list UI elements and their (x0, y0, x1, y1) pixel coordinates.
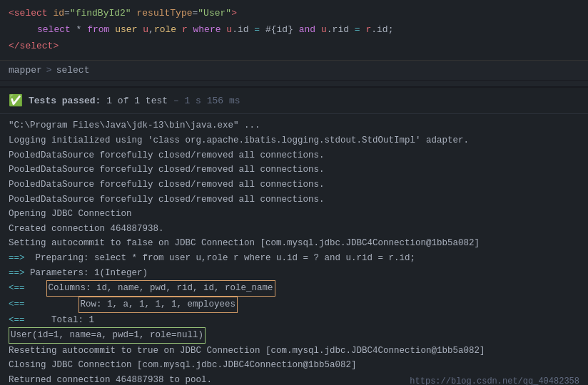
keyword-select: select (37, 23, 71, 38)
code-line-3: </select> (0, 38, 588, 55)
console-line-0: "C:\Program Files\Java\jdk-13\bin\java.e… (9, 118, 579, 133)
console-line-4: PooledDataSource forcefully closed/remov… (9, 178, 579, 192)
console-line-close: Closing JDBC Connection [com.mysql.jdbc.… (9, 358, 579, 373)
breadcrumb: mapper > select (0, 61, 588, 81)
breadcrumb-separator: > (46, 65, 52, 76)
test-time: – 1 s 156 ms (173, 96, 240, 106)
check-icon: ✅ (9, 93, 23, 108)
console-line-row: <== Row: 1, a, 1, 1, 1, employees (9, 297, 579, 313)
console-line-7: Created connection 464887938. (9, 222, 579, 237)
keyword-where: where (193, 23, 221, 38)
keyword-and: and (293, 23, 315, 38)
code-line-1: <select id="findById2" resultType="User"… (0, 6, 588, 22)
console-line-total: <== Total: 1 (9, 313, 579, 328)
test-banner: ✅ Tests passed: 1 of 1 test – 1 s 156 ms (0, 88, 588, 114)
sql-table-user: user (109, 23, 137, 38)
console-line-3: PooledDataSource forcefully closed/remov… (9, 163, 579, 178)
code-line-2: select * from user u , role r where u . … (0, 22, 588, 38)
console-line-9: ==> Preparing: select * from user u,role… (9, 251, 579, 266)
xml-open-tag: <select (9, 6, 53, 21)
code-editor: <select id="findById2" resultType="User"… (0, 0, 588, 61)
test-result: 1 of 1 test (106, 96, 168, 106)
xml-val-id: "findById2" (70, 6, 131, 21)
console-line-2: PooledDataSource forcefully closed/remov… (9, 148, 579, 163)
breadcrumb-item-mapper: mapper (9, 65, 42, 76)
console-line-8: Setting autocommit to false on JDBC Conn… (9, 236, 579, 251)
sql-alias-u: u (137, 23, 148, 38)
tab-bar (0, 81, 588, 88)
console-line-10: ==> Parameters: 1(Integer) (9, 266, 579, 281)
sql-table-role: role (154, 23, 176, 38)
xml-val-result: "User" (198, 6, 231, 21)
console-output: "C:\Program Files\Java\jdk-13\bin\java.e… (0, 114, 588, 385)
breadcrumb-item-select: select (56, 65, 90, 76)
row-highlight: Row: 1, a, 1, 1, 1, employees (78, 297, 238, 313)
tab-2[interactable] (34, 81, 69, 88)
tab-3[interactable] (69, 81, 103, 88)
console-line-reset: Resetting autocommit to true on JDBC Con… (9, 344, 579, 359)
console-line-1: Logging initialized using 'class org.apa… (9, 133, 579, 148)
xml-attr-result: resultType (131, 6, 193, 21)
columns-highlight: Columns: id, name, pwd, rid, id, role_na… (46, 280, 275, 297)
sql-alias-r: r (176, 23, 193, 38)
user-highlight: User(id=1, name=a, pwd=1, role=null) (9, 327, 206, 344)
keyword-from: from (87, 23, 109, 38)
xml-attr-id: id (53, 6, 64, 21)
watermark: https://blog.csdn.net/qq_40482358 (410, 376, 579, 385)
tab-1[interactable] (0, 81, 34, 88)
console-line-6: Opening JDBC Connection (9, 207, 579, 222)
console-line-5: PooledDataSource forcefully closed/remov… (9, 192, 579, 207)
console-line-user: User(id=1, name=a, pwd=1, role=null) (9, 327, 579, 344)
test-label: Tests passed: (29, 96, 101, 106)
console-line-columns: <== Columns: id, name, pwd, rid, id, rol… (9, 280, 579, 297)
xml-close-tag: </select> (9, 39, 59, 54)
